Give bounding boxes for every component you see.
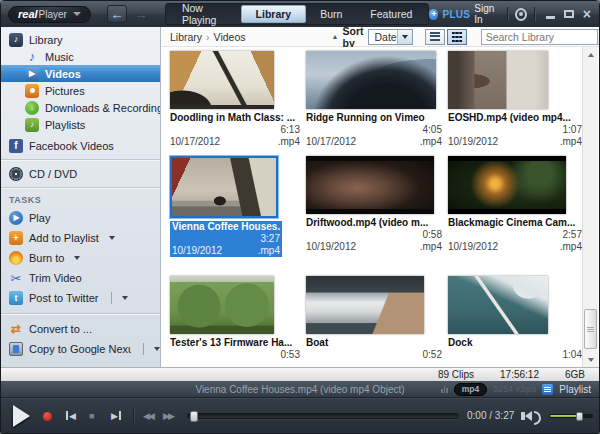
video-title: Blackmagic Cinema Cam... [448, 217, 582, 229]
search-button[interactable] [597, 29, 600, 45]
video-card-blackmagic[interactable]: Blackmagic Cinema Cam... 2:57 10/19/2012… [448, 156, 582, 276]
task-burn-to[interactable]: Burn to [1, 248, 160, 268]
task-copy-to-device[interactable]: Copy to Google Nexus On... [1, 339, 160, 359]
forward-button[interactable]: → [131, 5, 151, 23]
video-card-dock[interactable]: Dock 1:04 [448, 276, 582, 367]
sidebar-item-pictures[interactable]: Pictures [1, 82, 160, 99]
video-card-eoshd[interactable]: EOSHD.mp4 (video mp4... 1:07 10/19/2012.… [448, 51, 582, 156]
total-duration: 17:56:12 [500, 369, 539, 380]
video-card-vienna-selected[interactable]: Vienna Coffee Houses.mp4 (v... 3:27 10/1… [170, 156, 300, 276]
sidebar-item-label: Library [29, 34, 63, 46]
volume-fill [550, 415, 577, 417]
video-thumbnail[interactable] [306, 51, 436, 109]
sidebar-item-videos[interactable]: ▶ Videos [1, 65, 160, 82]
video-card-doodling[interactable]: Doodling in Math Class: ... 6:13 10/17/2… [170, 51, 300, 156]
video-thumbnail[interactable] [170, 51, 274, 109]
video-card-testers[interactable]: Tester's 13 Firmware Ha... 0:53 [170, 276, 300, 367]
video-title: Vienna Coffee Houses.mp4 (v... [172, 221, 280, 233]
rewind-button[interactable]: ◀◀ [143, 410, 153, 422]
grid-view-button[interactable] [447, 29, 467, 45]
video-duration: 1:07 [448, 124, 582, 136]
tasks-header: TASKS [1, 193, 160, 208]
chevron-down-icon[interactable] [154, 347, 160, 351]
scroll-down-button[interactable] [584, 353, 597, 366]
task-label: Add to Playlist [29, 232, 99, 244]
sidebar-item-cd-dvd[interactable]: CD / DVD [1, 165, 160, 182]
tab-burn[interactable]: Burn [306, 5, 356, 23]
maximize-icon[interactable] [564, 10, 574, 18]
divider [111, 292, 112, 304]
speaker-icon[interactable] [525, 411, 532, 421]
back-button[interactable]: ← [107, 5, 127, 23]
stop-button[interactable]: ■ [89, 410, 94, 422]
tab-library[interactable]: Library [241, 5, 307, 23]
sidebar: ♪ Library ♪ Music ▶ Videos Pictures ↓ Do… [1, 27, 161, 381]
task-label: Post to Twitter [29, 292, 99, 304]
video-card-driftwood[interactable]: Driftwood.mp4 (video m... 0:58 10/19/201… [306, 156, 442, 276]
brand-real: real [18, 8, 38, 20]
search-input[interactable] [481, 29, 597, 45]
playlist-button[interactable]: Playlist [559, 384, 591, 395]
disc-icon [9, 167, 23, 181]
tab-featured[interactable]: Featured [356, 5, 426, 23]
settings-icon[interactable] [515, 8, 527, 21]
task-post-to-twitter[interactable]: t Post to Twitter [1, 288, 160, 308]
video-meta: Boat 0:52 [306, 337, 442, 361]
plus-signin[interactable]: + PLUS Sign In [429, 3, 499, 25]
task-play[interactable]: ▶ Play [1, 208, 160, 228]
video-thumbnail[interactable] [170, 156, 278, 218]
vertical-scrollbar[interactable] [582, 47, 598, 367]
sidebar-item-library[interactable]: ♪ Library [1, 31, 160, 48]
video-thumbnail[interactable] [448, 156, 566, 214]
dropdown-button[interactable] [397, 30, 412, 44]
chevron-down-icon[interactable] [74, 256, 80, 260]
plus-icon: + [429, 9, 438, 20]
sidebar-item-label: CD / DVD [29, 168, 77, 180]
tab-now-playing[interactable]: Now Playing [168, 5, 241, 23]
next-button[interactable]: ▶ [111, 410, 122, 422]
task-add-to-playlist[interactable]: + Add to Playlist [1, 228, 160, 248]
previous-button[interactable]: ◀ [65, 410, 76, 422]
video-thumbnail[interactable] [306, 156, 434, 214]
video-thumbnail[interactable] [448, 51, 548, 109]
task-trim-video[interactable]: ✂ Trim Video [1, 268, 160, 288]
scrollbar-thumb[interactable] [584, 309, 597, 349]
close-icon[interactable]: × [583, 7, 591, 21]
seek-handle[interactable] [190, 411, 198, 422]
sidebar-item-facebook-videos[interactable]: f Facebook Videos [1, 137, 160, 154]
seek-slider[interactable] [187, 413, 459, 419]
video-title: Tester's 13 Firmware Ha... [170, 337, 300, 349]
list-view-button[interactable] [425, 29, 445, 45]
video-card-ridge-running[interactable]: Ridge Running on Vimeo 4:05 10/17/2012.m… [306, 51, 442, 156]
record-button[interactable] [43, 412, 52, 421]
sidebar-item-label: Playlists [45, 119, 85, 131]
task-label: Copy to Google Nexus On... [29, 343, 131, 355]
sort-dropdown[interactable]: Date [368, 29, 412, 45]
sidebar-item-playlists[interactable]: ♪ Playlists [1, 116, 160, 133]
video-thumbnail[interactable] [448, 276, 548, 334]
task-convert-to[interactable]: ⇄ Convert to ... [1, 319, 160, 339]
video-meta: Tester's 13 Firmware Ha... 0:53 [170, 337, 300, 361]
volume-slider[interactable] [549, 414, 593, 418]
video-meta: Dock 1:04 [448, 337, 582, 361]
sort-ascending-icon[interactable]: ▲ [332, 33, 339, 40]
breadcrumb-library[interactable]: Library [170, 31, 202, 43]
divider [1, 187, 160, 188]
video-card-boat[interactable]: Boat 0:52 [306, 276, 442, 367]
transport-controls: ◀ ■ ▶ ◀◀ ▶▶ 0:00 / 3:27 [1, 398, 599, 433]
chevron-down-icon[interactable] [122, 296, 128, 300]
minimize-icon[interactable] [546, 16, 555, 19]
fast-forward-button[interactable]: ▶▶ [163, 410, 173, 422]
realplayer-logo-menu[interactable]: realPlayer [8, 6, 91, 23]
volume-handle[interactable] [576, 412, 583, 421]
sidebar-item-music[interactable]: ♪ Music [1, 48, 160, 65]
scroll-up-button[interactable] [584, 48, 597, 61]
sidebar-item-downloads[interactable]: ↓ Downloads & Recordings [1, 99, 160, 116]
play-button[interactable] [13, 405, 30, 427]
video-thumbnail[interactable] [306, 276, 424, 334]
chevron-down-icon[interactable] [109, 236, 115, 240]
add-playlist-icon: + [9, 231, 23, 245]
breadcrumb-videos: Videos [214, 31, 246, 43]
video-thumbnail[interactable] [170, 276, 274, 334]
now-playing-bar: Vienna Coffee Houses.mp4 (video mp4 Obje… [1, 381, 599, 398]
